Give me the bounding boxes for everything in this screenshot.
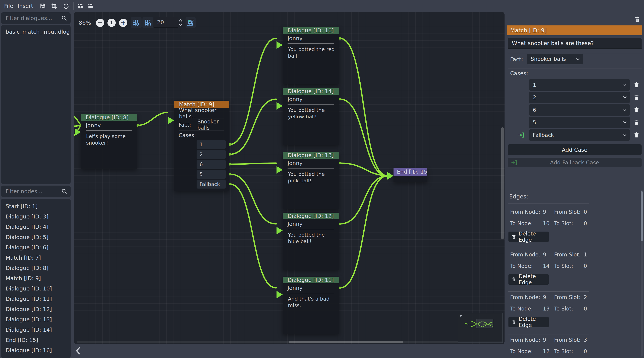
top-menu-bar: File Insert xyxy=(0,0,644,12)
minimap-viewport[interactable] xyxy=(476,319,493,328)
graph-node-dialogue-11[interactable]: Dialogue [ID: 11] Jonny And that's a bad… xyxy=(283,277,339,334)
graph-node-dialogue-8[interactable]: Dialogue [ID: 8] Jonny Let's play some s… xyxy=(81,114,137,169)
case-slot[interactable]: 6 xyxy=(196,160,226,169)
to-slot-value: 0 xyxy=(584,348,587,355)
delete-node-button[interactable] xyxy=(634,16,641,23)
node-list-item[interactable]: Start [ID: 1] xyxy=(1,201,70,212)
collapse-sidebar-button[interactable] xyxy=(74,347,82,355)
case-value: 2 xyxy=(533,94,536,101)
delete-edge-button[interactable]: Delete Edge xyxy=(508,232,549,242)
node-list-item[interactable]: Dialogue [ID: 16] xyxy=(1,345,70,356)
delete-case-button[interactable] xyxy=(633,119,640,126)
delete-edge-button[interactable]: Delete Edge xyxy=(508,274,549,285)
input-port[interactable] xyxy=(276,41,283,49)
clapper-play-icon[interactable] xyxy=(78,3,84,9)
menu-insert[interactable]: Insert xyxy=(16,0,34,12)
zoom-in-button[interactable]: + xyxy=(119,19,127,27)
node-list-item[interactable]: Dialogue [ID: 14] xyxy=(1,325,70,335)
minimap-toggle-button[interactable] xyxy=(186,17,196,28)
edge-entry-row: From Node: 9 From Slot: 2 xyxy=(510,294,639,300)
snap-distance-input[interactable] xyxy=(154,17,178,27)
reorder-icon[interactable] xyxy=(51,3,57,9)
node-list-item[interactable]: End [ID: 15] xyxy=(1,335,70,345)
to-node-value: 10 xyxy=(543,220,550,227)
zoom-out-button[interactable]: − xyxy=(96,19,104,27)
delete-case-button[interactable] xyxy=(633,107,640,113)
node-list-item[interactable]: Dialogue [ID: 3] xyxy=(1,212,70,222)
save-icon[interactable] xyxy=(40,3,46,9)
clapper-new-icon[interactable] xyxy=(88,3,94,9)
dialogue-file-item[interactable]: basic_match_input.dlog xyxy=(1,27,70,37)
input-port[interactable] xyxy=(276,291,283,298)
match-prompt-input[interactable] xyxy=(508,38,642,49)
graph-node-dialogue-12[interactable]: Dialogue [ID: 12] Jonny You potted the b… xyxy=(283,213,339,270)
nodes-filter-input[interactable] xyxy=(1,186,70,197)
input-port[interactable] xyxy=(168,117,174,124)
delete-case-button[interactable] xyxy=(633,94,640,101)
node-list-item[interactable]: Match [ID: 7] xyxy=(1,253,70,263)
node-list-item[interactable]: Dialogue [ID: 6] xyxy=(1,242,70,253)
from-slot-value: 0 xyxy=(584,209,587,215)
divider xyxy=(508,249,589,249)
graph-node-dialogue-13[interactable]: Dialogue [ID: 13] Jonny You potted the p… xyxy=(283,152,339,209)
case-dropdown[interactable]: 2 xyxy=(529,92,630,103)
node-list-item[interactable]: Dialogue [ID: 10] xyxy=(1,284,70,294)
node-list-item[interactable]: Dialogue [ID: 11] xyxy=(1,294,70,304)
fallback-case-dropdown[interactable]: Fallback xyxy=(529,129,630,141)
canvas-hscroll-thumb[interactable] xyxy=(289,341,404,343)
snap-grid-button[interactable] xyxy=(142,17,153,28)
case-dropdown[interactable]: 5 xyxy=(529,117,630,128)
fact-dropdown[interactable]: Snooker balls xyxy=(527,54,583,64)
fact-dropdown-value: Snooker balls xyxy=(531,56,566,62)
graph-node-dialogue-14[interactable]: Dialogue [ID: 14] Jonny You potted the y… xyxy=(283,88,339,145)
node-text: Let's play some snooker! xyxy=(81,131,137,146)
delete-edge-button[interactable]: Delete Edge xyxy=(508,317,549,327)
graph-canvas[interactable]: 86% − 1 + Dialogue [ID: 8] Jonny Let's p… xyxy=(74,12,504,344)
node-list-item[interactable]: Dialogue [ID: 5] xyxy=(1,232,70,242)
from-slot-label: From Slot: xyxy=(554,337,580,343)
edge-entry-row: To Node: 13 To Slot: 0 xyxy=(510,306,639,312)
nodes-filter-box xyxy=(1,186,70,197)
inspector-panel: Match [ID: 9] Fact: Snooker balls Cases:… xyxy=(506,12,644,358)
input-port[interactable] xyxy=(276,227,283,234)
delete-edge-label: Delete Edge xyxy=(518,231,549,243)
case-slot[interactable]: Fallback xyxy=(196,180,226,189)
case-slot[interactable]: 2 xyxy=(196,150,226,159)
node-list-item[interactable]: Dialogue [ID: 12] xyxy=(1,304,70,315)
delete-case-button[interactable] xyxy=(633,82,640,88)
case-value: 5 xyxy=(533,119,536,126)
dialogues-filter-box xyxy=(1,12,70,24)
canvas-vscroll-thumb[interactable] xyxy=(501,127,504,239)
add-case-button[interactable]: Add Case xyxy=(508,144,642,155)
add-fallback-case-button[interactable]: Add Fallback Case xyxy=(508,158,642,167)
snap-spinner[interactable] xyxy=(178,18,183,27)
toggle-grid-button[interactable] xyxy=(131,17,142,28)
trash-icon xyxy=(512,234,516,239)
graph-node-dialogue-10[interactable]: Dialogue [ID: 10] Jonny You potted the r… xyxy=(283,27,339,84)
graph-node-match-9[interactable]: Match [ID: 9] What snooker balls... Fact… xyxy=(174,101,229,191)
delete-edge-label: Delete Edge xyxy=(518,273,549,286)
input-port[interactable] xyxy=(276,102,283,110)
inspector-scrollbar-thumb[interactable] xyxy=(641,191,643,241)
case-dropdown[interactable]: 1 xyxy=(529,79,630,91)
node-list-item[interactable]: Match [ID: 9] xyxy=(1,273,70,284)
menu-file[interactable]: File xyxy=(3,0,14,12)
minimap[interactable] xyxy=(458,313,503,343)
input-port[interactable] xyxy=(276,166,283,174)
case-slot[interactable]: 1 xyxy=(196,140,226,149)
zoom-reset-button[interactable]: 1 xyxy=(108,19,116,27)
undo-icon[interactable] xyxy=(63,3,69,9)
case-slot[interactable]: 5 xyxy=(196,170,226,179)
node-list-item[interactable]: Dialogue [ID: 13] xyxy=(1,315,70,325)
dialogues-filter-input[interactable] xyxy=(1,12,70,24)
to-node-label: To Node: xyxy=(510,263,533,269)
node-list-item[interactable]: Dialogue [ID: 4] xyxy=(1,222,70,232)
node-list-item[interactable]: Dialogue [ID: 8] xyxy=(1,263,70,273)
input-port[interactable] xyxy=(387,172,394,180)
input-port[interactable] xyxy=(75,128,81,136)
match-prompt: What snooker balls... xyxy=(179,107,224,120)
edge-entry-row: To Node: 12 To Slot: 0 xyxy=(510,348,639,355)
delete-case-button[interactable] xyxy=(633,132,640,138)
case-dropdown[interactable]: 6 xyxy=(529,104,630,116)
graph-node-end-15[interactable]: End [ID: 15] xyxy=(394,168,427,182)
